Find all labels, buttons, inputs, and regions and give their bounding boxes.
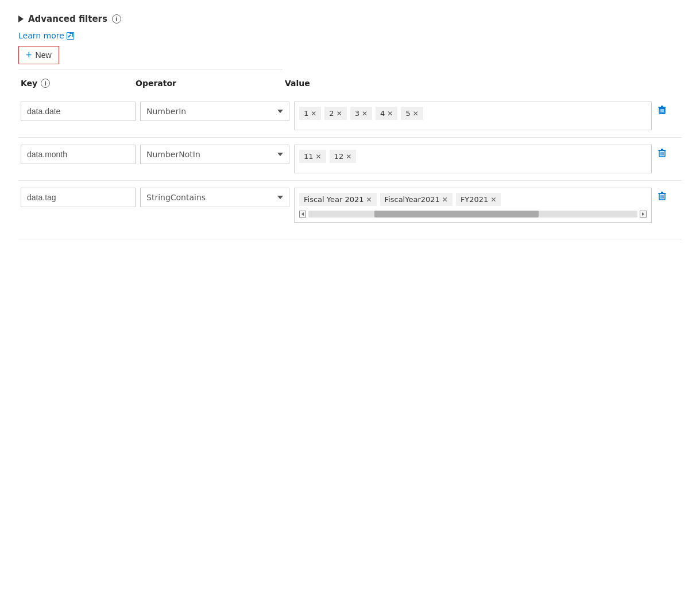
scrollbar[interactable]	[299, 211, 647, 218]
operator-column-header: Operator	[136, 79, 285, 88]
operator-select-1[interactable]: NumberIn	[140, 102, 289, 121]
svg-marker-12	[301, 212, 304, 216]
table-header: Key i Operator Value	[18, 79, 682, 88]
tag: Fiscal Year 2021✕	[299, 193, 377, 206]
key-column-header: Key i	[21, 79, 136, 88]
tag: 1✕	[299, 107, 321, 120]
key-info-icon[interactable]: i	[41, 79, 50, 88]
value-box-3: Fiscal Year 2021✕ FiscalYear2021✕ FY2021…	[294, 188, 652, 223]
tag-remove[interactable]: ✕	[316, 153, 322, 160]
learn-more-link[interactable]: Learn more	[18, 31, 74, 40]
tag: FY2021✕	[456, 193, 501, 206]
plus-icon: +	[26, 50, 32, 60]
tag: 11✕	[299, 150, 326, 163]
svg-rect-7	[661, 149, 663, 150]
svg-rect-1	[661, 106, 663, 107]
trash-icon	[656, 104, 668, 115]
external-link-icon	[67, 32, 74, 40]
filter-row: StringContains Fiscal Year 2021✕ FiscalY…	[18, 181, 682, 230]
delete-button-1[interactable]	[656, 102, 679, 115]
tag-remove[interactable]: ✕	[413, 110, 419, 117]
trash-icon	[656, 147, 668, 158]
tag-remove[interactable]: ✕	[366, 196, 372, 203]
tag-remove[interactable]: ✕	[442, 196, 448, 203]
svg-rect-15	[661, 192, 663, 193]
scroll-left-arrow[interactable]	[299, 211, 306, 218]
operator-select-3[interactable]: StringContains	[140, 188, 289, 207]
filter-row: NumberNotIn 11✕ 12✕	[18, 138, 682, 181]
scroll-track[interactable]	[308, 211, 637, 218]
tag-remove[interactable]: ✕	[337, 110, 342, 117]
delete-button-3[interactable]	[656, 188, 679, 201]
section-header: Advanced filters i	[18, 14, 682, 24]
value-tags-3: Fiscal Year 2021✕ FiscalYear2021✕ FY2021…	[299, 193, 647, 206]
operator-select-2[interactable]: NumberNotIn	[140, 145, 289, 164]
new-button[interactable]: + New	[18, 46, 59, 64]
value-box-1: 1✕ 2✕ 3✕ 4✕ 5✕	[294, 102, 652, 130]
value-column-header: Value	[285, 79, 679, 88]
value-tags-2: 11✕ 12✕	[299, 150, 647, 163]
advanced-filters-section: Advanced filters i Learn more + New Key …	[18, 14, 682, 239]
tag: FiscalYear2021✕	[380, 193, 453, 206]
scroll-thumb[interactable]	[374, 211, 539, 218]
value-box-2: 11✕ 12✕	[294, 145, 652, 173]
scroll-right-arrow[interactable]	[640, 211, 647, 218]
tag-remove[interactable]: ✕	[362, 110, 368, 117]
svg-marker-13	[642, 212, 644, 216]
key-input-3[interactable]	[21, 188, 136, 207]
collapse-icon[interactable]	[18, 15, 24, 22]
divider	[18, 69, 283, 69]
tag: 4✕	[376, 107, 397, 120]
tag-remove[interactable]: ✕	[490, 196, 496, 203]
key-input-1[interactable]	[21, 102, 136, 121]
chevron-down-icon	[277, 153, 283, 156]
filter-rows: NumberIn 1✕ 2✕ 3✕ 4✕ 5✕	[18, 95, 682, 230]
tag-remove[interactable]: ✕	[346, 153, 351, 160]
tag: 2✕	[324, 107, 346, 120]
tag-remove[interactable]: ✕	[387, 110, 393, 117]
tag: 12✕	[330, 150, 357, 163]
tag-remove[interactable]: ✕	[311, 110, 316, 117]
key-input-2[interactable]	[21, 145, 136, 164]
section-title: Advanced filters	[28, 14, 107, 24]
delete-button-2[interactable]	[656, 145, 679, 158]
info-icon[interactable]: i	[112, 14, 121, 24]
chevron-down-icon	[277, 196, 283, 199]
tag: 5✕	[401, 107, 423, 120]
filter-row: NumberIn 1✕ 2✕ 3✕ 4✕ 5✕	[18, 95, 682, 138]
trash-icon	[656, 190, 668, 201]
value-tags-1: 1✕ 2✕ 3✕ 4✕ 5✕	[299, 107, 647, 120]
bottom-divider	[18, 239, 682, 239]
tag: 3✕	[350, 107, 372, 120]
chevron-down-icon	[277, 110, 283, 113]
